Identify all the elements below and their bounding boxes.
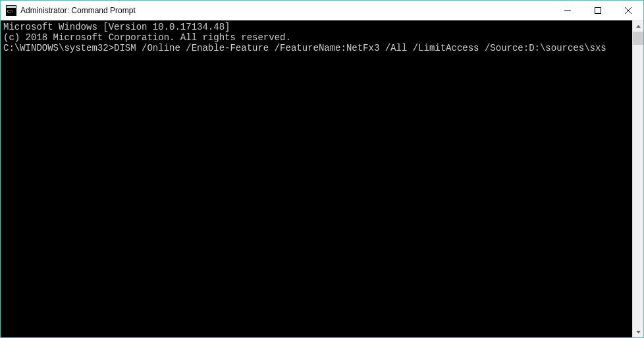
terminal-line: Microsoft Windows [Version 10.0.17134.48…	[3, 22, 630, 32]
terminal-prompt-line: C:\WINDOWS\system32>DISM /Online /Enable…	[3, 43, 630, 53]
maximize-button[interactable]	[583, 1, 613, 20]
svg-rect-4	[595, 7, 601, 13]
cmd-icon: C:\	[6, 5, 16, 16]
prompt-text: C:\WINDOWS\system32>	[3, 43, 114, 53]
svg-marker-7	[636, 25, 641, 28]
command-text: DISM /Online /Enable-Feature /FeatureNam…	[114, 43, 606, 53]
svg-marker-8	[636, 331, 641, 333]
titlebar[interactable]: C:\ Administrator: Command Prompt	[1, 1, 643, 20]
svg-rect-1	[7, 6, 16, 8]
window-controls	[552, 1, 643, 20]
scroll-thumb[interactable]	[633, 32, 643, 45]
vertical-scrollbar[interactable]	[632, 20, 643, 337]
scroll-down-button[interactable]	[633, 326, 643, 337]
terminal-line: (c) 2018 Microsoft Corporation. All righ…	[3, 32, 630, 43]
scroll-up-button[interactable]	[633, 20, 643, 32]
terminal-area: Microsoft Windows [Version 10.0.17134.48…	[1, 20, 643, 337]
scroll-track[interactable]	[633, 32, 643, 326]
minimize-button[interactable]	[552, 1, 583, 20]
terminal-output[interactable]: Microsoft Windows [Version 10.0.17134.48…	[1, 20, 632, 337]
close-button[interactable]	[613, 1, 643, 20]
window-title: Administrator: Command Prompt	[20, 6, 136, 15]
svg-text:C:\: C:\	[7, 9, 13, 14]
